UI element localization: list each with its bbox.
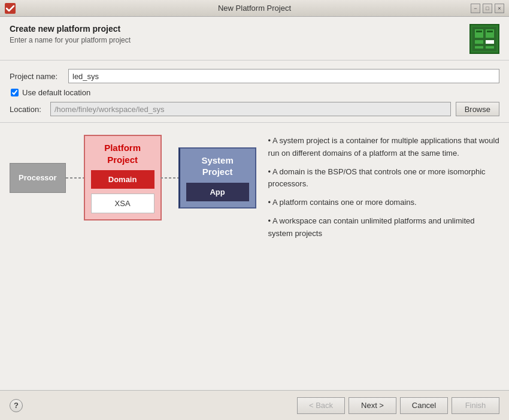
header-icon: [469, 24, 499, 54]
description-line2: • A domain is the BSP/OS that controls o…: [268, 166, 499, 191]
help-button[interactable]: ?: [10, 399, 23, 412]
title-bar: New Platform Project − □ ×: [0, 0, 509, 17]
bottom-bar: ? < Back Next > Cancel Finish: [0, 390, 509, 420]
connector-line: [66, 175, 84, 181]
domain-label: Domain: [108, 175, 137, 184]
location-input[interactable]: [50, 102, 451, 116]
location-row: Location: Browse: [10, 102, 499, 116]
window-title: New Platform Project: [218, 4, 291, 13]
xsa-box: XSA: [91, 194, 154, 213]
app-logo-icon: [5, 3, 16, 14]
description-line4: • A workspace can contain unlimited plat…: [268, 215, 499, 240]
main-content: Processor Platform Project Domain XSA: [0, 123, 509, 390]
bottom-left: ?: [10, 399, 23, 412]
platform-project-title: Platform Project: [104, 142, 141, 165]
xsa-label: XSA: [115, 199, 131, 208]
title-bar-left: [5, 3, 16, 14]
svg-rect-7: [486, 46, 494, 49]
platform-project-box: Platform Project Domain XSA: [84, 135, 162, 220]
cancel-button[interactable]: Cancel: [400, 397, 448, 414]
form-area: Project name: Use default location Locat…: [0, 61, 509, 123]
system-project-title: System Project: [201, 155, 233, 178]
project-name-label: Project name:: [10, 72, 63, 81]
browse-button[interactable]: Browse: [456, 102, 499, 116]
system-project-box: System Project App: [178, 147, 256, 209]
diagram-area: Processor Platform Project Domain XSA: [10, 135, 256, 220]
minimize-button[interactable]: −: [471, 4, 480, 13]
project-name-input[interactable]: [68, 69, 499, 83]
back-button[interactable]: < Back: [297, 397, 345, 414]
dialog-header: Create new platform project Enter a name…: [0, 17, 509, 61]
svg-rect-6: [475, 46, 483, 49]
svg-rect-9: [487, 31, 493, 32]
description-area: • A system project is a container for mu…: [268, 135, 499, 246]
header-text: Create new platform project Enter a name…: [10, 24, 131, 44]
svg-rect-4: [475, 40, 483, 44]
close-button[interactable]: ×: [495, 4, 504, 13]
use-default-location-checkbox[interactable]: [11, 89, 19, 96]
dashed-line-icon: [66, 175, 84, 181]
description-line3: • A platform contains one or more domain…: [268, 197, 499, 209]
dialog: Create new platform project Enter a name…: [0, 17, 509, 420]
domain-box: Domain: [91, 170, 154, 189]
bottom-right: < Back Next > Cancel Finish: [297, 397, 499, 414]
app-label: App: [210, 188, 225, 197]
location-label: Location:: [10, 105, 46, 114]
svg-rect-8: [476, 31, 482, 32]
svg-rect-5: [486, 40, 494, 44]
default-location-row: Use default location: [10, 88, 499, 97]
window-controls: − □ ×: [471, 4, 504, 13]
inner-dashed-line-icon: [160, 175, 178, 181]
description-line1: • A system project is a container for mu…: [268, 135, 499, 160]
processor-label: Processor: [19, 173, 57, 182]
dialog-subtitle: Enter a name for your platform project: [10, 36, 131, 44]
next-button[interactable]: Next >: [349, 397, 396, 414]
maximize-button[interactable]: □: [483, 4, 492, 13]
dialog-title: Create new platform project: [10, 24, 131, 34]
use-default-location-label[interactable]: Use default location: [22, 88, 90, 97]
platform-project-icon: [472, 27, 496, 51]
project-name-row: Project name:: [10, 69, 499, 83]
app-box: App: [186, 183, 249, 201]
finish-button[interactable]: Finish: [452, 397, 499, 414]
processor-box: Processor: [10, 163, 66, 193]
